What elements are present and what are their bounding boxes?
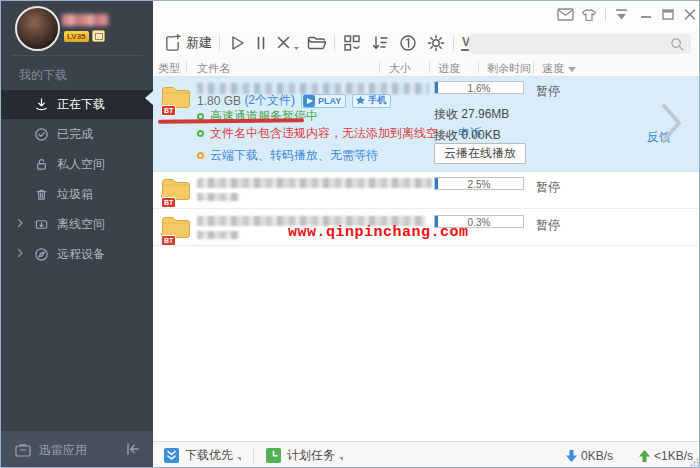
delete-button[interactable] (275, 33, 300, 53)
scheduled-tasks-button[interactable]: 计划任务 (266, 447, 343, 464)
scheduled-tasks-label: 计划任务 (287, 447, 335, 464)
mobile-badge[interactable]: 手机 (352, 94, 391, 108)
sidebar-item-downloading[interactable]: 正在下载 (1, 90, 153, 119)
filename-redacted (197, 178, 432, 188)
expand-item-chevron-icon[interactable] (658, 100, 684, 146)
promo-message[interactable]: 云端下载、转码播放、无需等待 (210, 147, 378, 164)
xunlei-window: LV35 我的下载 正在下载 已完成 私人空间 垃圾箱 离线空间 (0, 0, 700, 468)
statusbar: 下载优先 计划任务 0KB/s <1KB/s (153, 441, 700, 468)
titlebar-divider (605, 9, 606, 21)
file-count-link[interactable]: (2个文件) (244, 92, 295, 109)
sidebar-item-label: 私人空间 (57, 156, 105, 173)
start-button[interactable] (227, 33, 247, 53)
download-priority-label: 下载优先 (185, 447, 233, 464)
expand-chevron-icon[interactable] (15, 248, 25, 258)
bt-badge: BT (161, 105, 176, 116)
speedup-settings-button[interactable] (426, 33, 446, 53)
sort-button[interactable] (370, 33, 390, 53)
progress-bar: 2.5% (434, 177, 524, 190)
col-filename[interactable]: 文件名 (197, 61, 230, 76)
check-circle-icon (34, 127, 49, 142)
sidebar: LV35 我的下载 正在下载 已完成 私人空间 垃圾箱 离线空间 (1, 1, 153, 431)
column-divider (186, 61, 187, 73)
status-dot-icon (197, 130, 204, 137)
column-divider (478, 61, 479, 73)
search-icon[interactable] (670, 37, 685, 52)
xunlei-apps-label[interactable]: 迅雷应用 (39, 442, 87, 459)
cloud-play-button[interactable]: 云播在线播放 (434, 143, 526, 164)
download-item[interactable]: BT 2.5% 暂停 (153, 172, 700, 209)
new-doc-icon (163, 34, 182, 53)
star-icon (355, 95, 366, 106)
sidebar-item-label: 正在下载 (57, 96, 105, 113)
pause-icon (255, 33, 267, 53)
dropdown-caret-icon (237, 457, 241, 461)
progress-label: 2.5% (435, 178, 523, 191)
file-type-cell: BT (161, 84, 193, 113)
received-secondary: 接收 0.00KB (434, 127, 501, 144)
batch-tasks-button[interactable] (342, 33, 362, 53)
delete-caret-icon (293, 33, 300, 53)
download-list: BT 1.80 GB (2个文件) PLAY 手机 高速通道服务暂停中 (153, 77, 700, 441)
mail-icon[interactable] (557, 8, 574, 21)
main-menu-icon[interactable] (614, 8, 629, 21)
pause-button[interactable] (255, 33, 267, 53)
member-badge-icon (92, 30, 105, 42)
folder-icon (306, 33, 327, 53)
promo-line: 云端下载、转码播放、无需等待 (197, 147, 378, 164)
sidebar-item-remote-devices[interactable]: 远程设备 (1, 239, 153, 269)
search-box[interactable] (469, 34, 691, 54)
close-button[interactable] (683, 8, 697, 21)
titlebar (153, 1, 700, 29)
download-item[interactable]: BT 1.80 GB (2个文件) PLAY 手机 高速通道服务暂停中 (153, 77, 700, 172)
dropdown-caret-icon (339, 457, 343, 461)
lock-icon (34, 157, 49, 172)
sidebar-item-private-space[interactable]: 私人空间 (1, 149, 153, 179)
sidebar-item-label: 垃圾箱 (57, 186, 93, 203)
file-type-cell: BT (161, 176, 193, 205)
search-input[interactable] (477, 36, 662, 52)
new-task-button[interactable]: 新建 (163, 34, 212, 53)
collapse-sidebar-icon[interactable] (125, 442, 141, 456)
new-task-label: 新建 (186, 34, 212, 52)
download-priority-button[interactable]: 下载优先 (164, 447, 241, 464)
col-progress[interactable]: 进度 (438, 61, 460, 76)
expand-chevron-icon[interactable] (15, 218, 25, 228)
progress-bar: 1.6% (434, 81, 524, 94)
speed-status: 暂停 (536, 83, 560, 100)
table-header: 类型 文件名 大小 进度 剩余时间 速度 (153, 57, 700, 77)
sidebar-section-label: 我的下载 (1, 56, 153, 90)
trash-icon (34, 187, 49, 202)
file-type-cell: BT (161, 214, 193, 243)
minimize-button[interactable] (639, 8, 653, 21)
column-divider (533, 61, 534, 73)
toolbar: 新建 (153, 29, 700, 57)
upload-speed: <1KB/s (654, 449, 693, 463)
sidebar-item-offline-space[interactable]: 离线空间 (1, 209, 153, 239)
open-folder-button[interactable] (306, 33, 327, 53)
skin-icon[interactable] (581, 8, 597, 22)
maximize-button[interactable] (661, 8, 675, 21)
sort-list-icon (370, 33, 390, 53)
avatar[interactable] (15, 6, 60, 51)
sort-caret-icon (568, 67, 576, 72)
play-icon (227, 33, 247, 53)
offline-space-icon (34, 217, 49, 232)
sidebar-item-label: 离线空间 (57, 216, 105, 233)
col-remaining[interactable]: 剩余时间 (487, 61, 531, 76)
selected-task-notch (145, 91, 153, 105)
col-speed[interactable]: 速度 (542, 61, 576, 76)
toolbar-divider (334, 35, 335, 51)
sidebar-item-completed[interactable]: 已完成 (1, 119, 153, 149)
gear-icon (426, 33, 446, 53)
col-size[interactable]: 大小 (389, 61, 411, 76)
bt-badge: BT (161, 197, 176, 208)
sidebar-item-trash[interactable]: 垃圾箱 (1, 179, 153, 209)
sidebar-item-label: 远程设备 (57, 246, 105, 263)
col-type[interactable]: 类型 (158, 61, 180, 76)
download-speed: 0KB/s (581, 449, 613, 463)
play-badge[interactable]: PLAY (301, 94, 346, 108)
fileinfo-redacted (197, 231, 239, 239)
resize-grip[interactable] (690, 458, 699, 467)
speedup-trial-button[interactable] (398, 33, 418, 53)
